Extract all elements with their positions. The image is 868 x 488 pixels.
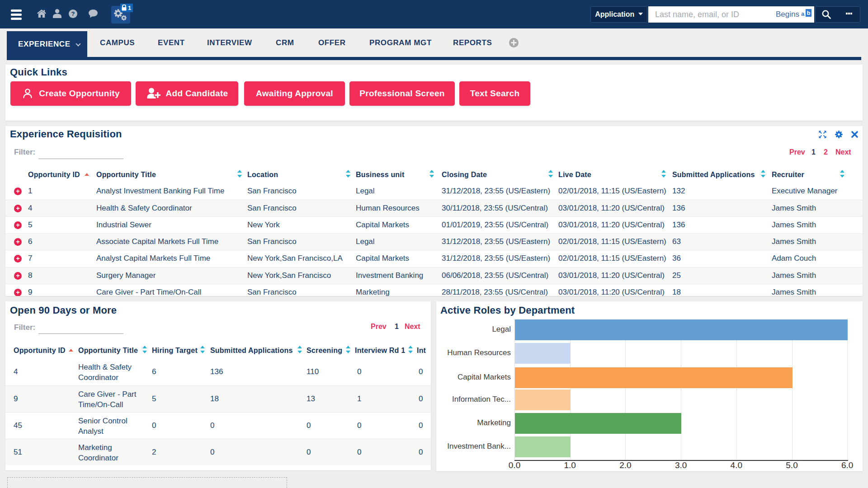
svg-text:?: ? [71,10,75,17]
